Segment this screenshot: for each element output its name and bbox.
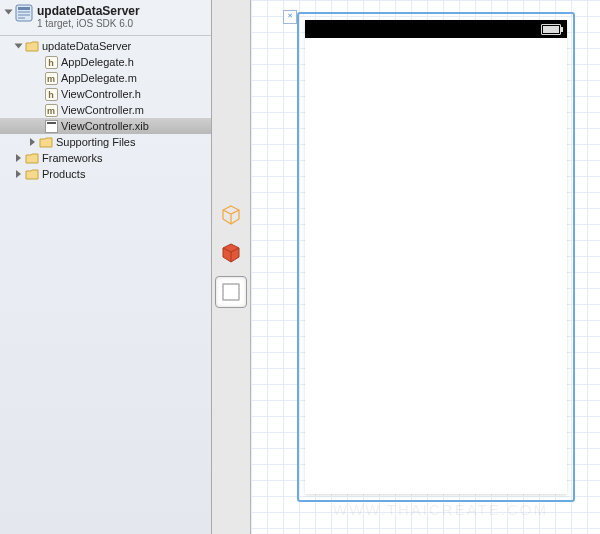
file-name: ViewController.xib: [61, 120, 149, 132]
project-navigator: updateDataServer 1 target, iOS SDK 6.0 u…: [0, 0, 212, 534]
tree-group-supporting-files[interactable]: Supporting Files: [0, 134, 211, 150]
dock-first-responder[interactable]: [216, 238, 246, 268]
folder-icon: [25, 167, 39, 181]
tree-group-label: Products: [42, 168, 85, 180]
file-name: AppDelegate.h: [61, 56, 134, 68]
status-bar: [305, 20, 567, 38]
folder-icon: [25, 39, 39, 53]
dock-files-owner[interactable]: [216, 200, 246, 230]
disclosure-triangle-icon[interactable]: [30, 138, 35, 146]
project-name: updateDataServer: [37, 4, 140, 18]
canvas-dismiss-button[interactable]: ×: [283, 10, 297, 24]
disclosure-triangle-icon[interactable]: [5, 10, 13, 15]
file-row-selected[interactable]: ViewController.xib: [0, 118, 211, 134]
tree-group-frameworks[interactable]: Frameworks: [0, 150, 211, 166]
file-row[interactable]: m ViewController.m: [0, 102, 211, 118]
svg-rect-1: [18, 7, 30, 10]
header-file-icon: h: [44, 87, 58, 101]
view-rect-icon: [220, 281, 242, 303]
file-name: ViewController.m: [61, 104, 144, 116]
interface-builder-dock: [212, 0, 251, 534]
watermark: WWW.THAICREATE.COM: [333, 501, 548, 518]
disclosure-triangle-icon[interactable]: [16, 154, 21, 162]
project-header[interactable]: updateDataServer 1 target, iOS SDK 6.0: [0, 0, 211, 36]
xcode-project-icon: [15, 4, 33, 22]
file-name: AppDelegate.m: [61, 72, 137, 84]
disclosure-triangle-icon[interactable]: [15, 44, 23, 49]
impl-file-icon: m: [44, 103, 58, 117]
folder-icon: [25, 151, 39, 165]
cube-wire-icon: [220, 204, 242, 226]
header-file-icon: h: [44, 55, 58, 69]
device-view[interactable]: [305, 20, 567, 494]
project-subtitle: 1 target, iOS SDK 6.0: [37, 18, 140, 29]
file-name: ViewController.h: [61, 88, 141, 100]
tree-group-products[interactable]: Products: [0, 166, 211, 182]
interface-builder-canvas[interactable]: × WWW.THAICREATE.COM: [251, 0, 600, 534]
disclosure-triangle-icon[interactable]: [16, 170, 21, 178]
xib-file-icon: [44, 119, 58, 133]
tree-group-label: updateDataServer: [42, 40, 131, 52]
tree-group-root[interactable]: updateDataServer: [0, 38, 211, 54]
tree-group-label: Frameworks: [42, 152, 103, 164]
file-tree: updateDataServer h AppDelegate.h m AppDe…: [0, 36, 211, 534]
file-row[interactable]: m AppDelegate.m: [0, 70, 211, 86]
dock-view[interactable]: [215, 276, 247, 308]
xcode-window: updateDataServer 1 target, iOS SDK 6.0 u…: [0, 0, 600, 534]
file-row[interactable]: h AppDelegate.h: [0, 54, 211, 70]
battery-icon: [541, 24, 561, 35]
svg-rect-2: [223, 284, 239, 300]
tree-group-label: Supporting Files: [56, 136, 136, 148]
file-row[interactable]: h ViewController.h: [0, 86, 211, 102]
cube-solid-icon: [220, 242, 242, 264]
impl-file-icon: m: [44, 71, 58, 85]
folder-icon: [39, 135, 53, 149]
